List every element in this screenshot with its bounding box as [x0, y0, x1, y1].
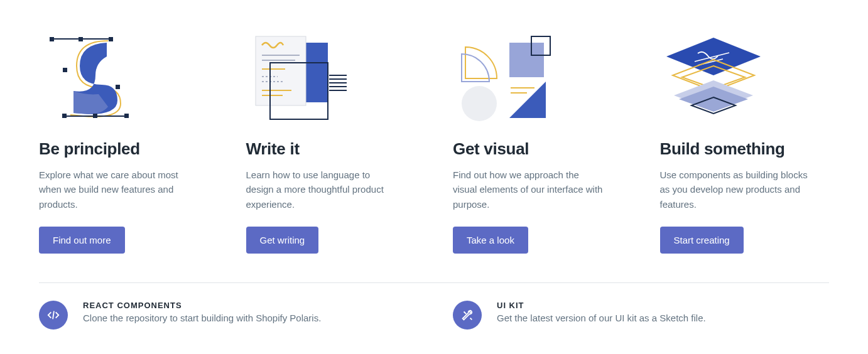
svg-rect-4 — [109, 37, 113, 41]
resource-label: UI KIT — [497, 301, 706, 310]
card-description: Find out how we approach the visual elem… — [453, 168, 604, 212]
resource-body: UI KIT Get the latest version of our UI … — [497, 301, 706, 323]
svg-rect-5 — [62, 114, 67, 118]
illustration-s-path — [39, 25, 209, 132]
divider — [39, 282, 829, 283]
code-icon — [39, 301, 68, 330]
card-description: Learn how to use language to design a mo… — [246, 168, 397, 212]
svg-rect-9 — [116, 85, 120, 89]
resource-label: REACT COMPONENTS — [83, 301, 321, 310]
resources-row: REACT COMPONENTS Clone the repository to… — [39, 301, 829, 330]
card-description: Explore what we care about most when we … — [39, 168, 190, 212]
svg-rect-25 — [509, 43, 544, 77]
svg-rect-7 — [124, 114, 129, 118]
card-build-something: Build something Use components as buildi… — [660, 25, 830, 254]
tools-icon — [453, 301, 482, 330]
card-be-principled: Be principled Explore what we care about… — [39, 25, 209, 254]
resource-react-components[interactable]: REACT COMPONENTS Clone the repository to… — [39, 301, 415, 330]
card-title: Get visual — [453, 139, 622, 159]
svg-point-27 — [462, 86, 497, 121]
card-title: Build something — [660, 139, 830, 159]
illustration-shapes — [453, 25, 622, 132]
resource-description: Get the latest version of our UI kit as … — [497, 313, 706, 323]
card-title: Write it — [246, 139, 416, 159]
illustration-document — [246, 25, 416, 132]
start-creating-button[interactable]: Start creating — [660, 227, 744, 254]
find-out-more-button[interactable]: Find out more — [39, 227, 125, 254]
card-get-visual: Get visual Find out how we approach the … — [453, 25, 622, 254]
card-title: Be principled — [39, 139, 209, 159]
card-description: Use components as building blocks as you… — [660, 168, 811, 212]
svg-rect-8 — [63, 68, 67, 72]
card-write-it: Write it Learn how to use language to de… — [246, 25, 416, 254]
resource-description: Clone the repository to start building w… — [83, 313, 321, 323]
get-writing-button[interactable]: Get writing — [246, 227, 319, 254]
feature-cards: Be principled Explore what we care about… — [39, 25, 829, 254]
resource-ui-kit[interactable]: UI KIT Get the latest version of our UI … — [453, 301, 829, 330]
take-a-look-button[interactable]: Take a look — [453, 227, 528, 254]
svg-rect-6 — [93, 114, 97, 118]
svg-rect-3 — [79, 37, 83, 41]
resource-body: REACT COMPONENTS Clone the repository to… — [83, 301, 321, 323]
svg-rect-2 — [50, 37, 54, 41]
illustration-layers — [660, 25, 830, 132]
